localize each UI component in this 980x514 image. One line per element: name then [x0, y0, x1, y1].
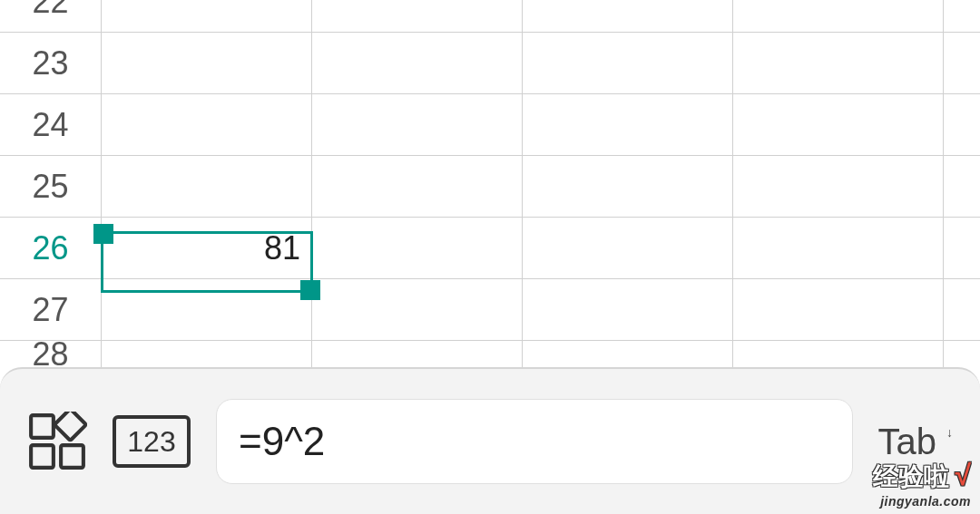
formula-input-container	[216, 399, 853, 484]
svg-rect-2	[61, 445, 83, 468]
cell[interactable]	[944, 0, 980, 32]
cell[interactable]	[523, 94, 733, 155]
cell[interactable]	[312, 341, 523, 367]
grid-row: 24	[0, 94, 980, 156]
row-header-25[interactable]: 25	[0, 156, 102, 217]
cell[interactable]	[102, 33, 312, 93]
cell[interactable]	[733, 0, 944, 32]
cell[interactable]	[102, 156, 312, 217]
formula-bar: 123 Tab ↓	[0, 367, 980, 514]
grid-row: 23	[0, 33, 980, 94]
grid-row: 22	[0, 0, 980, 33]
cell[interactable]	[733, 218, 944, 278]
checkmark-icon: √	[955, 459, 971, 492]
cell[interactable]	[523, 0, 733, 32]
cell[interactable]	[944, 94, 980, 155]
svg-rect-3	[54, 412, 86, 441]
cell[interactable]	[312, 94, 523, 155]
cell[interactable]	[312, 33, 523, 93]
cell[interactable]	[102, 341, 312, 367]
svg-rect-1	[31, 445, 54, 468]
grid-row: 26 81	[0, 218, 980, 279]
cell[interactable]	[733, 33, 944, 93]
cell[interactable]	[312, 156, 523, 217]
cell[interactable]	[102, 94, 312, 155]
row-header-26[interactable]: 26	[0, 218, 102, 278]
row-header-24[interactable]: 24	[0, 94, 102, 155]
cell[interactable]	[944, 279, 980, 340]
tab-key-button[interactable]: Tab ↓	[878, 422, 954, 462]
cell[interactable]	[102, 0, 312, 32]
svg-rect-0	[31, 415, 54, 438]
cell[interactable]	[523, 279, 733, 340]
grid-row: 28	[0, 341, 980, 367]
spreadsheet-grid[interactable]: 21 22 23 24 25	[0, 0, 980, 367]
cell[interactable]	[523, 156, 733, 217]
cell[interactable]	[312, 279, 523, 340]
cell[interactable]	[733, 341, 944, 367]
cell[interactable]	[312, 218, 523, 278]
row-header-28[interactable]: 28	[0, 341, 102, 367]
cell[interactable]	[944, 33, 980, 93]
selected-cell[interactable]: 81	[102, 218, 312, 278]
grid-row: 25	[0, 156, 980, 218]
grid-row: 27	[0, 279, 980, 341]
cell[interactable]	[523, 218, 733, 278]
cell[interactable]	[102, 279, 312, 340]
cell[interactable]	[733, 156, 944, 217]
row-header-22[interactable]: 22	[0, 0, 102, 32]
formula-input[interactable]	[239, 419, 830, 464]
cell[interactable]	[733, 94, 944, 155]
cell[interactable]	[944, 156, 980, 217]
watermark-text: 经验啦	[873, 460, 949, 494]
tab-label: Tab	[878, 422, 937, 461]
watermark-url: jingyanla.com	[873, 494, 971, 509]
cell[interactable]	[523, 341, 733, 367]
apps-icon[interactable]	[27, 412, 87, 471]
cell[interactable]	[312, 0, 523, 32]
dropdown-arrow-icon: ↓	[946, 425, 953, 440]
number-format-button[interactable]: 123	[113, 415, 191, 468]
cell[interactable]	[523, 33, 733, 93]
cell[interactable]	[944, 341, 980, 367]
row-header-23[interactable]: 23	[0, 33, 102, 93]
watermark: 经验啦 √ jingyanla.com	[873, 459, 971, 509]
row-header-27[interactable]: 27	[0, 279, 102, 340]
cell[interactable]	[733, 279, 944, 340]
cell[interactable]	[944, 218, 980, 278]
